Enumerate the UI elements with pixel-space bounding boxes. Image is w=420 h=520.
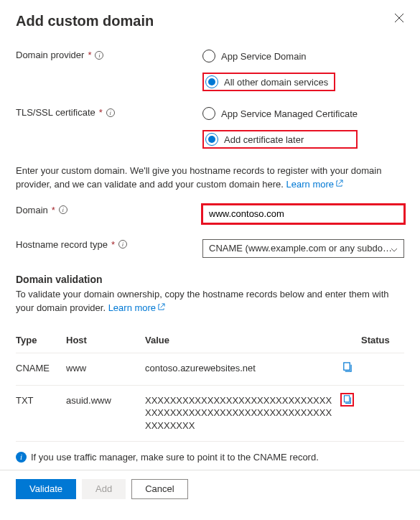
svg-rect-3 xyxy=(344,396,349,402)
copy-icon[interactable] xyxy=(342,362,353,373)
chevron-down-icon xyxy=(391,245,398,252)
hostname-type-select[interactable]: CNAME (www.example.com or any subdo… xyxy=(202,239,404,258)
select-value: CNAME (www.example.com or any subdo… xyxy=(209,243,392,254)
cell-host: asuid.www xyxy=(66,385,145,441)
close-icon[interactable] xyxy=(394,13,404,23)
required-mark: * xyxy=(99,107,103,118)
col-host: Host xyxy=(66,328,145,353)
info-icon[interactable]: i xyxy=(59,205,67,214)
col-status: Status xyxy=(361,328,404,353)
cell-value: contoso.azurewebsites.net xyxy=(145,353,337,386)
hostname-type-label: Hostname record type xyxy=(16,239,108,250)
info-icon[interactable]: i xyxy=(106,108,115,117)
col-value: Value xyxy=(145,328,337,353)
info-icon[interactable]: i xyxy=(118,240,127,249)
table-row: TXT asuid.www XXXXXXXXXXXXXXXXXXXXXXXXXX… xyxy=(16,385,404,441)
external-link-icon xyxy=(335,178,343,186)
traffic-manager-note: If you use traffic manager, make sure to… xyxy=(31,452,319,463)
radio-label: App Service Domain xyxy=(221,51,307,62)
cancel-button[interactable]: Cancel xyxy=(131,479,187,499)
info-filled-icon: i xyxy=(16,452,27,463)
cell-value: XXXXXXXXXXXXXXXXXXXXXXXXXXXXXXXXXXXXXXXX… xyxy=(145,385,337,441)
help-text: Enter your custom domain. We'll give you… xyxy=(16,164,404,192)
info-icon[interactable]: i xyxy=(95,51,103,60)
learn-more-link[interactable]: Learn more xyxy=(286,179,343,190)
validate-button[interactable]: Validate xyxy=(16,479,76,499)
external-link-icon xyxy=(157,302,165,310)
copy-icon[interactable] xyxy=(342,394,353,405)
tls-label: TLS/SSL certificate xyxy=(16,107,95,118)
cell-host: www xyxy=(66,353,145,386)
radio-label: Add certificate later xyxy=(224,134,304,145)
cell-type: TXT xyxy=(16,385,66,441)
domain-validation-heading: Domain validation xyxy=(16,274,404,285)
page-title: Add custom domain xyxy=(16,13,154,29)
radio-app-service-domain[interactable]: App Service Domain xyxy=(202,50,335,62)
domain-input-label: Domain xyxy=(16,205,48,215)
divider xyxy=(0,470,420,470)
radio-managed-cert[interactable]: App Service Managed Certificate xyxy=(202,107,358,120)
required-mark: * xyxy=(111,239,115,250)
validation-desc: To validate your domain ownership, copy … xyxy=(16,288,404,315)
add-button: Add xyxy=(82,479,126,499)
cell-type: CNAME xyxy=(16,353,66,386)
radio-cert-later[interactable]: Add certificate later xyxy=(202,130,358,149)
required-mark: * xyxy=(88,50,91,60)
hostname-records-table: Type Host Value Status CNAME www contoso… xyxy=(16,328,404,441)
domain-input[interactable] xyxy=(202,205,404,223)
svg-rect-2 xyxy=(343,363,349,370)
radio-other-domain-services[interactable]: All other domain services xyxy=(202,73,335,91)
col-type: Type xyxy=(16,328,66,353)
radio-label: App Service Managed Certificate xyxy=(221,108,358,119)
learn-more-link[interactable]: Learn more xyxy=(108,302,165,313)
domain-provider-label: Domain provider xyxy=(16,50,84,60)
required-mark: * xyxy=(52,205,55,215)
table-row: CNAME www contoso.azurewebsites.net xyxy=(16,353,404,386)
radio-label: All other domain services xyxy=(224,77,328,88)
